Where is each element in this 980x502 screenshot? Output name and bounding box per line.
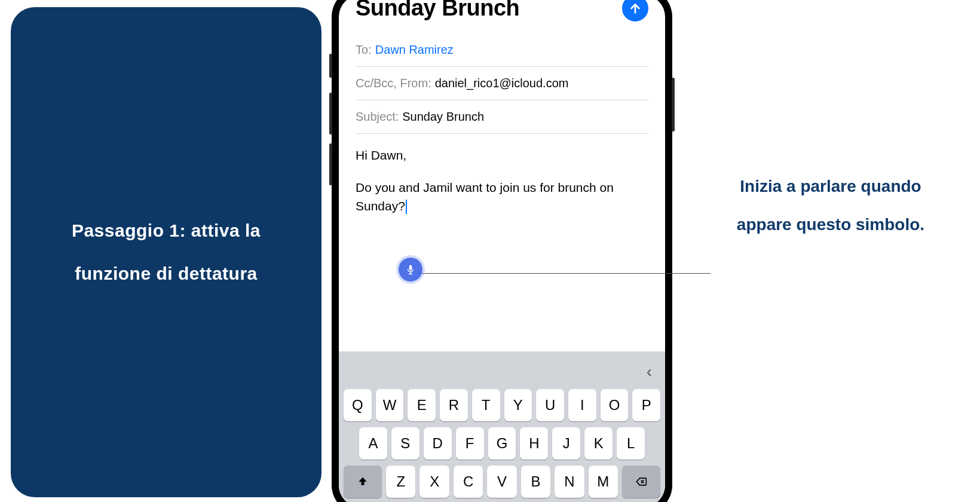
chevron-left-icon[interactable]: ‹	[647, 362, 652, 381]
key-v[interactable]: V	[487, 466, 516, 498]
svg-rect-0	[410, 273, 411, 274]
email-header: Sunday Brunch	[339, 0, 665, 26]
keyboard-toolbar: ‹	[339, 357, 665, 386]
email-title: Sunday Brunch	[356, 0, 519, 21]
keyboard-row-3: ZXCVBNM	[339, 463, 665, 501]
dictation-mic-button[interactable]	[399, 258, 422, 281]
key-r[interactable]: R	[440, 389, 468, 421]
key-o[interactable]: O	[601, 389, 629, 421]
to-field[interactable]: To: Dawn Ramirez	[356, 33, 648, 67]
key-m[interactable]: M	[589, 466, 618, 498]
keyboard-row-2: ASDFGHJKL	[339, 424, 665, 463]
phone-mockup: Sunday Brunch To: Dawn Ramirez Cc/Bcc, F…	[332, 0, 672, 502]
key-j[interactable]: J	[552, 427, 580, 460]
key-y[interactable]: Y	[504, 389, 532, 421]
body-text: Do you and Jamil want to join us for bru…	[356, 180, 614, 213]
instruction-panel-left: Passaggio 1: attiva la funzione di detta…	[11, 7, 321, 497]
key-a[interactable]: A	[359, 427, 387, 460]
phone-volume-up	[329, 93, 332, 134]
phone-screen: Sunday Brunch To: Dawn Ramirez Cc/Bcc, F…	[339, 0, 665, 502]
key-z[interactable]: Z	[386, 466, 415, 498]
callout-line	[415, 273, 710, 274]
key-u[interactable]: U	[536, 389, 564, 421]
shift-key[interactable]	[344, 466, 382, 498]
key-p[interactable]: P	[632, 389, 660, 421]
text-cursor	[406, 200, 407, 214]
email-fields: To: Dawn Ramirez Cc/Bcc, From: daniel_ri…	[339, 26, 665, 134]
arrow-up-icon	[629, 2, 642, 15]
key-x[interactable]: X	[419, 466, 449, 498]
instruction-step-1: Passaggio 1: attiva la funzione di detta…	[47, 209, 286, 295]
email-body[interactable]: Hi Dawn, Do you and Jamil want to join u…	[339, 134, 665, 228]
key-g[interactable]: G	[488, 427, 516, 460]
key-f[interactable]: F	[456, 427, 484, 460]
ccbcc-from-field[interactable]: Cc/Bcc, From: daniel_rico1@icloud.com	[356, 67, 648, 100]
subject-value: Sunday Brunch	[402, 110, 484, 124]
key-t[interactable]: T	[472, 389, 500, 421]
subject-label: Subject:	[356, 110, 399, 124]
phone-mute-switch	[329, 54, 332, 78]
send-button[interactable]	[622, 0, 648, 22]
backspace-key[interactable]	[622, 466, 660, 498]
ccbcc-label: Cc/Bcc, From:	[356, 76, 431, 90]
body-greeting: Hi Dawn,	[356, 146, 648, 165]
key-h[interactable]: H	[520, 427, 548, 460]
body-text-line: Do you and Jamil want to join us for bru…	[356, 178, 648, 216]
to-label: To:	[356, 43, 372, 57]
key-e[interactable]: E	[408, 389, 436, 421]
key-k[interactable]: K	[584, 427, 612, 460]
instruction-callout-right: Inizia a parlare quando appare questo si…	[711, 167, 950, 244]
phone-volume-down	[329, 143, 332, 185]
keyboard: ‹ QWERTYUIOP ASDFGHJKL ZXCVBNM	[339, 351, 665, 502]
key-i[interactable]: I	[568, 389, 596, 421]
key-w[interactable]: W	[376, 389, 404, 421]
phone-power-button	[672, 78, 675, 131]
key-d[interactable]: D	[424, 427, 452, 460]
key-l[interactable]: L	[617, 427, 645, 460]
from-value: daniel_rico1@icloud.com	[435, 76, 569, 90]
key-c[interactable]: C	[454, 466, 483, 498]
to-value: Dawn Ramirez	[375, 43, 454, 57]
svg-rect-1	[409, 274, 412, 275]
key-s[interactable]: S	[391, 427, 419, 460]
microphone-icon	[405, 264, 416, 275]
key-q[interactable]: Q	[344, 389, 372, 421]
subject-field[interactable]: Subject: Sunday Brunch	[356, 100, 648, 134]
key-b[interactable]: B	[521, 466, 550, 498]
keyboard-row-1: QWERTYUIOP	[339, 386, 665, 424]
key-n[interactable]: N	[555, 466, 584, 498]
